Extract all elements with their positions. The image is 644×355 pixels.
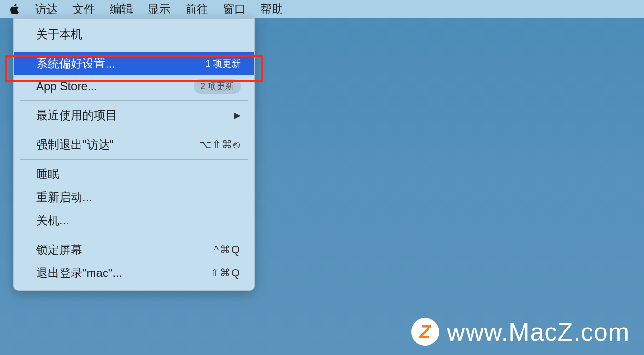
menu-item-force-quit[interactable]: 强制退出"访达" ⌥⇧⌘⎋: [14, 133, 254, 156]
menu-item-recent-items[interactable]: 最近使用的项目 ▶: [14, 104, 254, 127]
menubar-item-file[interactable]: 文件: [72, 1, 95, 17]
menu-item-label: 系统偏好设置...: [36, 56, 205, 71]
menu-item-label: 最近使用的项目: [36, 108, 234, 123]
keyboard-shortcut: ^⌘Q: [214, 244, 241, 256]
menu-item-label: 重新启动...: [36, 190, 241, 205]
menu-separator: [20, 159, 248, 160]
menu-separator: [20, 130, 248, 130]
menu-item-app-store[interactable]: App Store... 2 项更新: [14, 75, 254, 97]
keyboard-shortcut: ⇧⌘Q: [210, 267, 241, 279]
menu-separator: [20, 235, 248, 235]
menu-item-label: 退出登录"mac"...: [36, 265, 210, 281]
menubar-item-window[interactable]: 窗口: [223, 1, 246, 17]
watermark-url: www.MacZ.com: [447, 317, 630, 346]
menubar-item-finder[interactable]: 访达: [35, 1, 58, 17]
menu-item-logout[interactable]: 退出登录"mac"... ⇧⌘Q: [14, 261, 254, 285]
menubar: 访达 文件 编辑 显示 前往 窗口 帮助: [0, 0, 644, 18]
update-badge: 2 项更新: [194, 79, 241, 94]
menu-item-label: 关机...: [36, 213, 241, 228]
menu-item-shutdown[interactable]: 关机...: [14, 209, 254, 232]
menu-item-restart[interactable]: 重新启动...: [14, 186, 254, 209]
menu-item-label: 睡眠: [36, 166, 241, 182]
apple-menu-dropdown: 关于本机 系统偏好设置... 1 项更新 App Store... 2 项更新 …: [13, 18, 255, 291]
menubar-item-help[interactable]: 帮助: [260, 1, 283, 17]
menu-item-label: 关于本机: [36, 27, 241, 42]
update-badge: 1 项更新: [205, 57, 241, 70]
menubar-item-edit[interactable]: 编辑: [110, 1, 133, 17]
menu-separator: [20, 100, 248, 101]
menu-item-label: 强制退出"访达": [36, 137, 199, 152]
menu-item-system-preferences[interactable]: 系统偏好设置... 1 项更新: [14, 52, 254, 75]
menu-item-sleep[interactable]: 睡眠: [14, 163, 254, 186]
menu-separator: [20, 49, 248, 49]
watermark-badge-icon: Z: [411, 318, 439, 346]
keyboard-shortcut: ⌥⇧⌘⎋: [199, 138, 241, 151]
menu-item-label: App Store...: [36, 80, 194, 93]
menubar-item-go[interactable]: 前往: [185, 1, 208, 17]
watermark: Z www.MacZ.com: [411, 317, 630, 346]
apple-logo-icon[interactable]: [9, 3, 20, 15]
menu-item-lock-screen[interactable]: 锁定屏幕 ^⌘Q: [14, 238, 254, 261]
menu-item-label: 锁定屏幕: [36, 242, 214, 258]
menu-item-about-mac[interactable]: 关于本机: [14, 23, 254, 46]
menubar-item-view[interactable]: 显示: [148, 1, 171, 17]
submenu-arrow-icon: ▶: [234, 110, 241, 121]
